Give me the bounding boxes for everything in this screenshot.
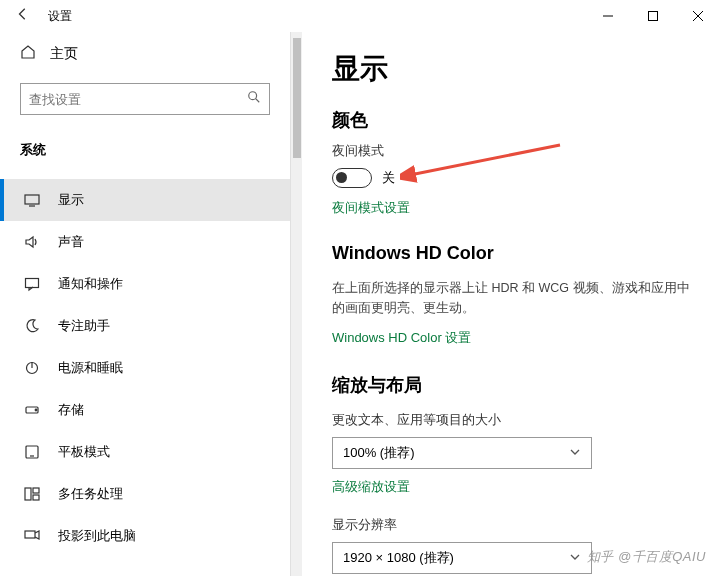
main-content: 显示 颜色 夜间模式 关 夜间模式设置 Windows HD Color 在上面… (302, 32, 720, 576)
svg-rect-1 (648, 12, 657, 21)
svg-rect-17 (33, 495, 39, 500)
sidebar-item-label: 电源和睡眠 (58, 359, 123, 377)
sidebar-item-sound[interactable]: 声音 (0, 221, 290, 263)
hd-color-settings-link[interactable]: Windows HD Color 设置 (332, 329, 471, 347)
power-icon (24, 360, 40, 376)
sidebar-item-tablet[interactable]: 平板模式 (0, 431, 290, 473)
resolution-value: 1920 × 1080 (推荐) (343, 549, 454, 567)
night-light-state: 关 (382, 169, 395, 187)
sidebar-scrollbar[interactable] (290, 32, 302, 576)
sidebar-item-label: 专注助手 (58, 317, 110, 335)
sidebar-item-label: 存储 (58, 401, 84, 419)
sidebar-item-label: 投影到此电脑 (58, 527, 136, 545)
resolution-label: 显示分辨率 (332, 516, 690, 534)
watermark: 知乎 @千百度QAIU (587, 548, 706, 566)
svg-rect-8 (26, 279, 39, 288)
night-light-label: 夜间模式 (332, 142, 690, 160)
multitask-icon (24, 486, 40, 502)
storage-icon (24, 402, 40, 418)
advanced-scale-link[interactable]: 高级缩放设置 (332, 478, 410, 496)
svg-rect-6 (25, 195, 39, 204)
sidebar-item-notifications[interactable]: 通知和操作 (0, 263, 290, 305)
category-label: 系统 (0, 127, 290, 169)
chevron-down-icon (569, 446, 581, 461)
svg-line-5 (256, 99, 260, 103)
sidebar-item-power[interactable]: 电源和睡眠 (0, 347, 290, 389)
sidebar-item-label: 显示 (58, 191, 84, 209)
minimize-button[interactable] (585, 0, 630, 32)
back-icon[interactable] (16, 7, 30, 25)
scale-value: 100% (推荐) (343, 444, 415, 462)
maximize-button[interactable] (630, 0, 675, 32)
window-controls (585, 0, 720, 32)
hd-color-description: 在上面所选择的显示器上让 HDR 和 WCG 视频、游戏和应用中的画面更明亮、更… (332, 278, 690, 318)
color-section-title: 颜色 (332, 108, 690, 132)
search-input[interactable] (20, 83, 270, 115)
sidebar-item-label: 平板模式 (58, 443, 110, 461)
tablet-icon (24, 444, 40, 460)
night-light-toggle[interactable] (332, 168, 372, 188)
chevron-down-icon (569, 551, 581, 566)
sidebar-item-display[interactable]: 显示 (0, 179, 290, 221)
home-link[interactable]: 主页 (0, 36, 290, 71)
title-bar: 设置 (0, 0, 720, 32)
sidebar-item-project[interactable]: 投影到此电脑 (0, 515, 290, 557)
project-icon (24, 528, 40, 544)
svg-rect-16 (33, 488, 39, 493)
close-button[interactable] (675, 0, 720, 32)
message-icon (24, 276, 40, 292)
sidebar-item-storage[interactable]: 存储 (0, 389, 290, 431)
sidebar-item-label: 声音 (58, 233, 84, 251)
svg-rect-15 (25, 488, 31, 500)
window-title: 设置 (48, 8, 72, 25)
sidebar-item-focus[interactable]: 专注助手 (0, 305, 290, 347)
sidebar-item-label: 通知和操作 (58, 275, 123, 293)
svg-point-12 (35, 409, 37, 411)
search-icon (247, 90, 261, 108)
hd-color-title: Windows HD Color (332, 243, 690, 264)
scale-label: 更改文本、应用等项目的大小 (332, 411, 690, 429)
svg-rect-18 (25, 531, 35, 538)
scale-dropdown[interactable]: 100% (推荐) (332, 437, 592, 469)
svg-point-4 (249, 92, 257, 100)
scrollbar-thumb[interactable] (293, 38, 301, 158)
night-light-settings-link[interactable]: 夜间模式设置 (332, 199, 410, 217)
scale-section-title: 缩放与布局 (332, 373, 690, 397)
search-field[interactable] (29, 92, 247, 107)
sidebar-item-multitask[interactable]: 多任务处理 (0, 473, 290, 515)
monitor-icon (24, 192, 40, 208)
moon-icon (24, 318, 40, 334)
resolution-dropdown[interactable]: 1920 × 1080 (推荐) (332, 542, 592, 574)
sidebar-item-label: 多任务处理 (58, 485, 123, 503)
home-icon (20, 44, 36, 63)
speaker-icon (24, 234, 40, 250)
page-title: 显示 (332, 50, 690, 88)
home-label: 主页 (50, 45, 78, 63)
sidebar: 主页 系统 显示 声音 通知和操作 (0, 32, 290, 576)
